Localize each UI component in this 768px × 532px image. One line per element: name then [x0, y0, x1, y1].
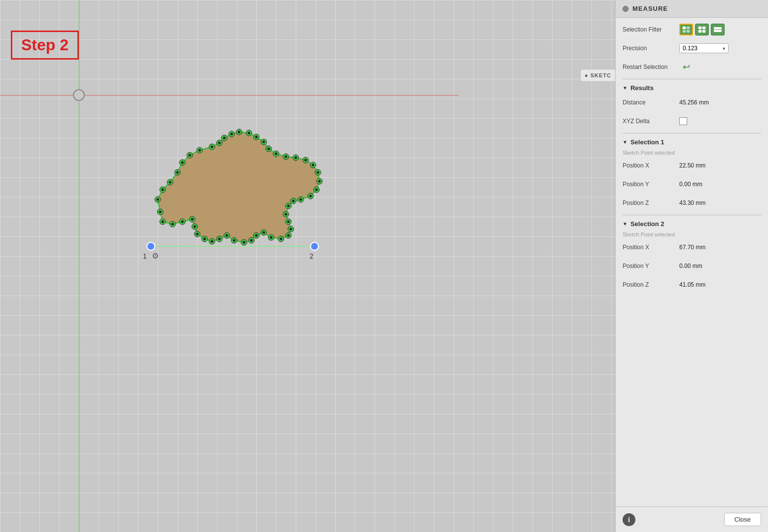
- selection2-section-label: Selection 2: [630, 220, 664, 228]
- svg-point-91: [226, 234, 228, 237]
- s2-pos-x-label: Position X: [623, 244, 679, 251]
- s1-pos-z-row: Position Z 43.30 mm: [623, 196, 761, 210]
- svg-point-94: [204, 238, 206, 240]
- info-button[interactable]: i: [623, 513, 635, 526]
- svg-point-75: [315, 189, 318, 191]
- svg-point-53: [162, 189, 164, 191]
- precision-select[interactable]: 0.123 ▾: [679, 43, 729, 53]
- svg-point-54: [169, 181, 172, 184]
- svg-point-85: [270, 236, 273, 239]
- svg-rect-113: [702, 30, 705, 33]
- svg-point-69: [285, 156, 287, 158]
- svg-point-71: [305, 159, 307, 162]
- sf-button-2[interactable]: [695, 24, 709, 35]
- s2-pos-z-label: Position Z: [623, 281, 679, 288]
- selection1-triangle-icon: ▼: [623, 139, 628, 145]
- svg-point-80: [285, 213, 287, 216]
- svg-point-98: [181, 221, 184, 223]
- svg-point-87: [255, 234, 258, 237]
- svg-point-96: [194, 226, 196, 228]
- xyz-delta-row: XYZ Delta: [623, 114, 761, 128]
- svg-point-79: [287, 205, 290, 207]
- xyz-delta-label: XYZ Delta: [623, 118, 679, 125]
- svg-point-99: [172, 223, 174, 226]
- s2-pos-z-row: Position Z 41.05 mm: [623, 278, 761, 292]
- svg-point-102: [311, 242, 318, 250]
- restart-selection-button[interactable]: ↩: [679, 60, 693, 74]
- panel-title: MEASURE: [632, 5, 668, 12]
- svg-point-82: [290, 228, 292, 231]
- svg-point-89: [243, 241, 245, 244]
- panel-header: MEASURE: [616, 0, 768, 18]
- selection2-section-header[interactable]: ▼ Selection 2: [623, 220, 761, 228]
- svg-point-97: [191, 218, 194, 221]
- svg-point-55: [176, 171, 179, 174]
- svg-point-74: [318, 180, 321, 183]
- selection2-triangle-icon: ▼: [623, 221, 628, 227]
- svg-point-92: [218, 238, 221, 240]
- results-triangle-icon: ▼: [623, 85, 628, 91]
- svg-rect-112: [698, 30, 701, 33]
- svg-point-58: [199, 149, 201, 152]
- sketch-tab[interactable]: ● SKETC: [580, 69, 615, 82]
- results-section-label: Results: [630, 84, 654, 92]
- s1-pos-x-row: Position X 22.50 mm: [623, 159, 761, 172]
- divider-2: [623, 133, 761, 133]
- s1-pos-x-label: Position X: [623, 162, 679, 169]
- step-label: Step 2: [11, 31, 79, 60]
- s2-pos-x-row: Position X 67.70 mm: [623, 240, 761, 254]
- svg-point-83: [287, 234, 290, 237]
- selection-filter-label: Selection Filter: [623, 26, 679, 33]
- panel-header-dot: [623, 6, 628, 12]
- panel-footer: i Close: [616, 506, 768, 532]
- svg-point-70: [295, 157, 297, 159]
- svg-point-95: [196, 233, 199, 235]
- svg-point-67: [268, 148, 270, 150]
- selection1-section-label: Selection 1: [630, 138, 664, 146]
- distance-row: Distance 45.256 mm: [623, 96, 761, 109]
- precision-row: Precision 0.123 ▾: [623, 41, 761, 55]
- svg-point-78: [292, 200, 295, 202]
- divider-3: [623, 215, 761, 215]
- selection2-sub-label: Sketch Point selected: [623, 232, 761, 237]
- svg-point-62: [231, 133, 233, 135]
- svg-point-84: [280, 238, 282, 240]
- svg-rect-109: [687, 30, 690, 33]
- svg-point-81: [287, 221, 290, 223]
- svg-point-76: [310, 195, 312, 198]
- measure-panel: MEASURE Selection Filter Precision: [615, 0, 768, 532]
- svg-text:1: 1: [143, 252, 147, 260]
- svg-point-65: [255, 136, 258, 138]
- xyz-delta-checkbox[interactable]: [679, 117, 687, 125]
- svg-point-56: [181, 162, 184, 164]
- svg-point-50: [162, 221, 164, 223]
- svg-point-60: [218, 142, 221, 144]
- s2-pos-x-value: 67.70 mm: [679, 244, 761, 251]
- selection1-section-header[interactable]: ▼ Selection 1: [623, 138, 761, 146]
- svg-rect-108: [683, 30, 686, 33]
- guide-intersection-circle: [73, 89, 85, 101]
- selection1-sub-label: Sketch Point selected: [623, 150, 761, 156]
- shape-svg: 1 2 ⚙: [133, 113, 340, 271]
- sf-button-1[interactable]: [679, 24, 693, 35]
- distance-label: Distance: [623, 99, 679, 106]
- results-section-header[interactable]: ▼ Results: [623, 84, 761, 92]
- s1-pos-y-row: Position Y 0.00 mm: [623, 177, 761, 191]
- panel-body: Selection Filter Precision 0.123 ▾: [616, 18, 768, 506]
- s1-pos-z-value: 43.30 mm: [679, 200, 761, 206]
- precision-label: Precision: [623, 45, 679, 52]
- close-button[interactable]: Close: [724, 513, 761, 526]
- svg-text:2: 2: [310, 252, 314, 260]
- svg-point-90: [233, 239, 236, 242]
- sf-button-3[interactable]: [711, 24, 725, 35]
- s1-pos-x-value: 22.50 mm: [679, 162, 761, 169]
- svg-rect-111: [702, 27, 705, 29]
- horizontal-guide: [0, 95, 458, 96]
- svg-point-66: [263, 141, 265, 143]
- svg-point-73: [317, 171, 319, 174]
- svg-point-93: [211, 240, 213, 243]
- vertical-guide: [79, 0, 79, 532]
- restart-selection-label: Restart Selection: [623, 64, 679, 70]
- s2-pos-y-value: 0.00 mm: [679, 263, 761, 269]
- svg-point-63: [238, 131, 241, 133]
